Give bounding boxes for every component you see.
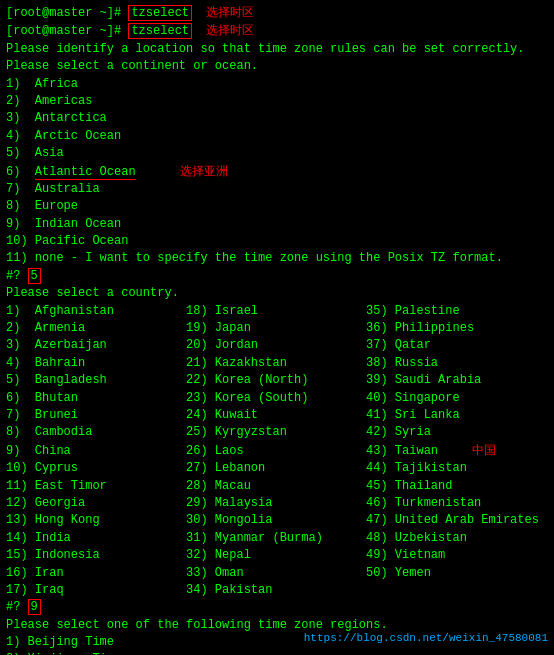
prompt: [root@master ~]#	[6, 6, 128, 20]
line-info: [root@master ~]# tzselect 选择时区	[6, 22, 548, 40]
input-9: 9	[28, 599, 41, 615]
country-2: 2) Armenia 19) Japan 36) Philippines	[6, 320, 548, 337]
country-13: 13) Hong Kong 30) Mongolia 47) United Ar…	[6, 512, 548, 529]
country-15: 15) Indonesia 32) Nepal 49) Vietnam	[6, 547, 548, 564]
country-9: 9) China 26) Laos 43) Taiwan 中国	[6, 442, 548, 460]
country-4: 4) Bahrain 21) Kazakhstan 38) Russia	[6, 355, 548, 372]
line-prompt2: #? 9	[6, 599, 548, 616]
line-14: 11) none - I want to specify the time zo…	[6, 250, 548, 267]
annot-1: 选择时区	[206, 23, 254, 37]
line-8: 5) Asia	[6, 145, 548, 162]
country-16: 16) Iran 33) Oman 50) Yemen	[6, 565, 548, 582]
tz-2: 2) Xinjiang Time	[6, 651, 548, 655]
url-label: https://blog.csdn.net/weixin_47580081	[304, 631, 548, 647]
prompt-line: [root@master ~]# tzselect 选择时区	[6, 4, 548, 22]
line-5: 2) Americas	[6, 93, 548, 110]
country-3: 3) Azerbaijan 20) Jordan 37) Qatar	[6, 337, 548, 354]
line-2: Please identify a location so that time …	[6, 41, 548, 58]
line-10: 7) Australia	[6, 181, 548, 198]
line-11: 8) Europe	[6, 198, 548, 215]
terminal-window: [root@master ~]# tzselect 选择时区 [root@mas…	[0, 0, 554, 655]
annot-china: 中国	[472, 443, 496, 457]
country-1: 1) Afghanistan 18) Israel 35) Palestine	[6, 303, 548, 320]
line-prompt1: #? 5	[6, 268, 548, 285]
line-9: 6) Atlantic Ocean 选择亚洲	[6, 163, 548, 181]
country-5: 5) Bangladesh 22) Korea (North) 39) Saud…	[6, 372, 548, 389]
line-4: 1) Africa	[6, 76, 548, 93]
terminal-content: [root@master ~]# tzselect 选择时区 Please id…	[6, 22, 548, 655]
cmd-box: tzselect	[128, 23, 192, 39]
line-13: 10) Pacific Ocean	[6, 233, 548, 250]
country-17: 17) Iraq 34) Pakistan	[6, 582, 548, 599]
input-5: 5	[28, 268, 41, 284]
country-8: 8) Cambodia 25) Kyrgyzstan 42) Syria	[6, 424, 548, 441]
country-7: 7) Brunei 24) Kuwait 41) Sri Lanka	[6, 407, 548, 424]
country-12: 12) Georgia 29) Malaysia 46) Turkmenista…	[6, 495, 548, 512]
line-15: Please select a country.	[6, 285, 548, 302]
country-11: 11) East Timor 28) Macau 45) Thailand	[6, 478, 548, 495]
command-highlight: tzselect	[128, 5, 192, 21]
atlantic-ocean: Atlantic Ocean	[35, 165, 136, 180]
line-3: Please select a continent or ocean.	[6, 58, 548, 75]
country-14: 14) India 31) Myanmar (Burma) 48) Uzbeki…	[6, 530, 548, 547]
country-10: 10) Cyprus 27) Lebanon 44) Tajikistan	[6, 460, 548, 477]
annotation-select-region: 选择时区	[206, 5, 254, 19]
country-6: 6) Bhutan 23) Korea (South) 40) Singapor…	[6, 390, 548, 407]
line-6: 3) Antarctica	[6, 110, 548, 127]
line-12: 9) Indian Ocean	[6, 216, 548, 233]
line-7: 4) Arctic Ocean	[6, 128, 548, 145]
annot-asia: 选择亚洲	[180, 164, 228, 178]
